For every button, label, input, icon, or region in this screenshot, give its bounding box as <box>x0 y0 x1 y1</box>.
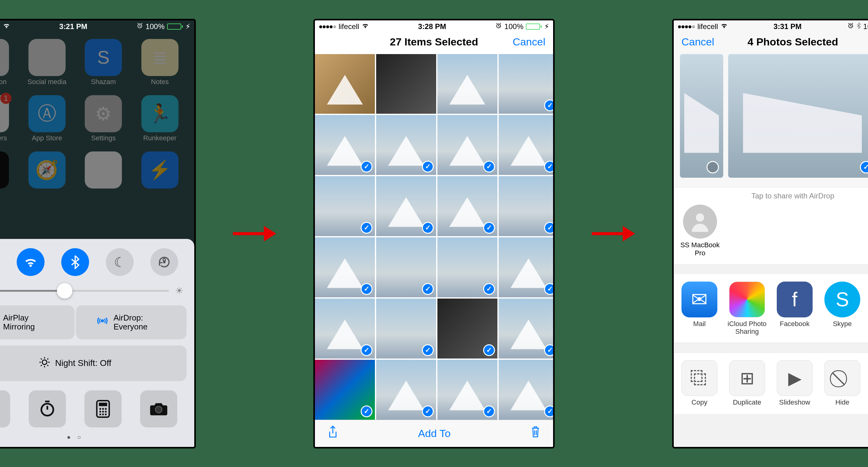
dnd-toggle[interactable]: ☾ <box>106 248 134 276</box>
action-icon: ⿻ <box>681 360 717 396</box>
add-to-button[interactable]: Add To <box>418 428 451 439</box>
preview-photo[interactable] <box>680 54 723 178</box>
svg-point-18 <box>99 408 101 410</box>
camera-button[interactable] <box>140 390 177 428</box>
trash-button[interactable] <box>530 426 541 441</box>
selection-check-icon: ✓ <box>544 344 553 356</box>
home-app[interactable]: ⒶApp Store <box>22 95 72 142</box>
rotation-lock-toggle[interactable] <box>150 248 178 276</box>
action-label: Slideshow <box>779 398 810 406</box>
photo-thumbnail[interactable]: ✓ <box>437 176 497 236</box>
brightness-slider[interactable]: ☼ ☀︎ <box>0 285 187 296</box>
share-button[interactable] <box>327 425 338 441</box>
preview-photo[interactable]: ✓ <box>728 54 868 178</box>
photo-thumbnail[interactable]: ✓ <box>315 299 375 359</box>
photos-header: 27 Items Selected Cancel <box>315 33 553 54</box>
wifi-toggle[interactable] <box>17 248 44 276</box>
photo-thumbnail[interactable]: ✓ <box>499 115 553 175</box>
bluetooth-toggle[interactable] <box>61 248 89 276</box>
svg-point-5 <box>42 360 47 364</box>
photo-thumbnail[interactable]: ✓ <box>376 176 436 236</box>
svg-line-10 <box>41 359 42 360</box>
share-action[interactable]: ▶Slideshow <box>775 360 814 406</box>
share-actions-row[interactable]: ⿻Copy⊞Duplicate▶Slideshow⃠Hide⎙Print <box>674 352 868 414</box>
calculator-button[interactable] <box>85 390 122 428</box>
airdrop-target-label: SS MacBook Pro <box>680 241 720 257</box>
photo-previews[interactable]: ✓ ✓ <box>674 54 868 187</box>
share-action[interactable]: ⊞Duplicate <box>727 360 767 406</box>
share-app[interactable]: ✉Mail <box>680 281 719 336</box>
share-apps-row[interactable]: ✉MailiCloud Photo SharingfFacebookSSkype… <box>674 274 868 343</box>
selection-circle-empty[interactable] <box>707 161 719 173</box>
photo-thumbnail[interactable]: ✓ <box>499 360 553 420</box>
photo-thumbnail[interactable] <box>376 54 436 114</box>
share-action[interactable]: ⿻Copy <box>680 360 719 406</box>
charging-icon: ⚡︎ <box>544 22 549 31</box>
photo-thumbnail[interactable]: ✓ <box>315 360 375 420</box>
flashlight-button[interactable] <box>0 390 10 428</box>
wifi-icon <box>3 23 10 31</box>
night-shift-button[interactable]: Night Shift: Off <box>0 345 187 381</box>
share-app[interactable]: iCloud Photo Sharing <box>727 281 767 336</box>
photo-thumbnail[interactable]: ✓ <box>315 176 375 236</box>
app-label: Settings <box>91 134 116 142</box>
svg-point-23 <box>105 411 107 412</box>
photo-thumbnail[interactable]: ✓ <box>437 115 497 175</box>
app-label: Notes <box>151 78 168 86</box>
control-center-panel: ✈︎ ☾ ☼ ☀︎ AirPlay Mirror <box>0 239 194 446</box>
home-app[interactable]: ⚡ <box>135 152 185 190</box>
photo-thumbnail[interactable]: ✓ <box>437 237 497 297</box>
selection-check-icon: ✓ <box>422 405 434 417</box>
home-app[interactable]: Social media <box>22 39 72 86</box>
photo-thumbnail[interactable] <box>315 54 375 114</box>
photo-thumbnail[interactable]: ✓ <box>499 54 553 114</box>
svg-point-24 <box>99 413 101 415</box>
home-app[interactable]: ≣Notes <box>135 39 185 86</box>
timer-button[interactable] <box>29 390 66 428</box>
photo-thumbnail[interactable]: ✓ <box>499 176 553 236</box>
photo-thumbnail[interactable]: ✓ <box>437 299 497 359</box>
home-app[interactable]: 🧭 <box>22 152 72 190</box>
app-label: Reminders <box>0 134 7 142</box>
photo-thumbnail[interactable]: ✓ <box>499 299 553 359</box>
airplay-button[interactable]: AirPlay Mirroring <box>0 305 74 339</box>
svg-line-11 <box>47 365 48 366</box>
photo-thumbnail[interactable]: ✓ <box>376 360 436 420</box>
share-action[interactable]: ⃠Hide <box>823 360 862 406</box>
cancel-button[interactable]: Cancel <box>681 36 714 48</box>
home-app[interactable]: ⠿1Reminders <box>0 95 16 142</box>
home-app[interactable]: Navigation <box>0 39 16 86</box>
selection-check-icon: ✓ <box>483 344 495 356</box>
photo-thumbnail[interactable]: ✓ <box>376 299 436 359</box>
charging-icon: ⚡︎ <box>185 22 191 31</box>
cancel-button[interactable]: Cancel <box>513 36 545 48</box>
photo-thumbnail[interactable]: ✓ <box>376 115 436 175</box>
home-app[interactable]: SShazam <box>78 39 129 86</box>
status-bar: ●●●●● lifecell 3:28 PM 100% ⚡︎ <box>315 21 553 33</box>
photo-thumbnail[interactable]: ✓ <box>376 237 436 297</box>
slider-thumb[interactable] <box>57 283 72 299</box>
airdrop-target[interactable]: SS MacBook Pro <box>680 205 720 257</box>
app-icon: ≣ <box>142 39 179 76</box>
page-dots: ● ○ <box>0 434 187 441</box>
bluetooth-icon <box>857 22 861 31</box>
photo-thumbnail[interactable]: ✓ <box>315 237 375 297</box>
battery-icon <box>167 24 183 30</box>
home-app[interactable]: 🏃Runkeeper <box>135 95 185 142</box>
home-app[interactable]: M <box>78 152 129 190</box>
share-app[interactable]: fFacebook <box>775 281 814 336</box>
photo-thumbnail[interactable] <box>437 54 497 114</box>
svg-point-15 <box>41 404 54 416</box>
photos-toolbar: Add To <box>315 420 553 447</box>
slider-track[interactable] <box>0 290 169 292</box>
photo-grid[interactable]: ✓✓✓✓✓✓✓✓✓✓✓✓✓✓✓✓✓✓✓✓✓ <box>315 54 553 420</box>
photo-thumbnail[interactable]: ✓ <box>315 115 375 175</box>
airdrop-button[interactable]: AirDrop: Everyone <box>76 305 187 339</box>
photo-thumbnail[interactable]: ✓ <box>437 360 497 420</box>
home-app[interactable] <box>0 152 16 190</box>
photo-thumbnail[interactable]: ✓ <box>499 237 553 297</box>
selection-check-icon[interactable]: ✓ <box>860 161 868 173</box>
home-app[interactable]: ⚙Settings <box>78 95 129 142</box>
selection-check-icon: ✓ <box>483 283 495 295</box>
share-app[interactable]: SSkype <box>823 281 862 336</box>
